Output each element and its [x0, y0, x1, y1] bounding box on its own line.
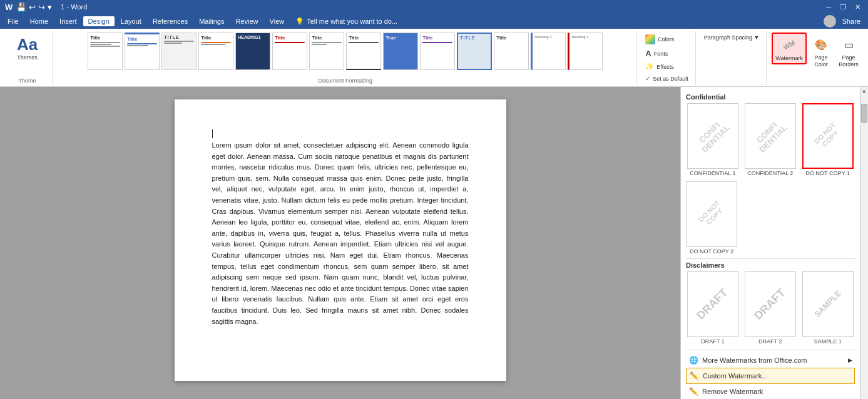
watermark-panel-content: Confidential CONFIDENTIAL CONFIDENTIAL 1… — [681, 87, 860, 399]
theme-thumb-6[interactable]: Title — [272, 33, 307, 70]
paragraph-spacing-content: Paragraph Spacing ▼ — [701, 33, 762, 84]
more-watermarks-arrow: ▶ — [848, 357, 852, 363]
menu-layout[interactable]: Layout — [116, 16, 146, 26]
sample1-thumb[interactable]: SAMPLE — [802, 271, 854, 337]
draft2-thumb[interactable]: DRAFT — [745, 271, 796, 337]
donotcopy2-thumb[interactable]: DO NOTCOPY — [686, 181, 737, 247]
theme-thumb-5[interactable]: HEADING1 — [235, 33, 270, 70]
themes-content: Aa Themes — [12, 33, 43, 76]
more-watermarks-icon: 🌐 — [688, 355, 698, 365]
panel-scrollbar[interactable]: ▲ ▼ — [860, 87, 868, 399]
ribbon-group-themes: Aa Themes Theme — [3, 31, 53, 85]
fonts-btn[interactable]: A Fonts — [642, 47, 686, 60]
donotcopy1-text: DO NOTCOPY — [813, 121, 842, 151]
word-logo: W — [5, 3, 13, 12]
watermark-draft1[interactable]: DRAFT DRAFT 1 — [686, 271, 740, 345]
page-color-icon: 🎨 — [811, 34, 831, 54]
watermark-panel: Confidential CONFIDENTIAL CONFIDENTIAL 1… — [680, 87, 860, 399]
watermark-draft2[interactable]: DRAFT DRAFT 2 — [743, 271, 797, 345]
theme-thumb-11[interactable]: TITLE — [457, 33, 492, 70]
confidential-row2: DO NOTCOPY DO NOT COPY 2 — [686, 181, 855, 255]
remove-watermark-label: Remove Watermark — [702, 388, 763, 395]
theme-thumb-13[interactable]: Heading 1 — [531, 33, 566, 70]
check-icon: ✓ — [645, 75, 650, 82]
ribbon-group-paragraph-spacing: Paragraph Spacing ▼ — [697, 31, 767, 85]
menu-tell-me[interactable]: 💡 Tell me what you want to do... — [290, 16, 402, 27]
themes-button[interactable]: Aa Themes — [12, 33, 43, 63]
draft1-thumb[interactable]: DRAFT — [687, 271, 738, 337]
remove-watermark-item[interactable]: ✏️ Remove Watermark — [686, 384, 855, 399]
remove-watermark-icon: ✏️ — [688, 386, 698, 396]
effects-btn[interactable]: ✨ Effects — [642, 61, 686, 73]
restore-btn[interactable]: ❐ — [837, 3, 849, 11]
draft2-label: DRAFT 2 — [758, 338, 782, 345]
theme-thumb-8[interactable]: Title — [346, 33, 381, 70]
theme-thumb-9[interactable]: True — [383, 33, 418, 70]
fonts-label: Fonts — [654, 51, 668, 57]
menu-insert[interactable]: Insert — [54, 16, 82, 26]
section-divider — [686, 258, 855, 259]
colors-btn[interactable]: Colors — [642, 33, 686, 46]
watermark-sample1[interactable]: SAMPLE SAMPLE 1 — [801, 271, 855, 345]
custom-watermark-label: Custom Watermark... — [703, 372, 768, 380]
scrollbar-thumb[interactable] — [861, 104, 867, 123]
donotcopy1-thumb[interactable]: DO NOTCOPY — [802, 103, 854, 169]
custom-watermark-item[interactable]: ✏️ Custom Watermark... — [686, 368, 855, 384]
doc-formatting-label: Document Formatting — [318, 76, 372, 84]
menu-mailings[interactable]: Mailings — [194, 16, 229, 26]
more-watermarks-item[interactable]: 🌐 More Watermarks from Office.com ▶ — [686, 353, 855, 368]
menu-file[interactable]: File — [3, 16, 24, 26]
title-text: 1 - Word — [61, 3, 87, 11]
watermark-confidential2[interactable]: CONFIDENTIAL CONFIDENTIAL 2 — [743, 103, 797, 176]
close-btn[interactable]: ✕ — [852, 3, 863, 11]
menu-view[interactable]: View — [265, 16, 290, 26]
save-btn[interactable]: 💾 — [16, 3, 26, 12]
menu-review[interactable]: Review — [231, 16, 263, 26]
colors-icon — [645, 34, 655, 44]
set-default-label: Set as Default — [653, 76, 688, 82]
page-color-label: PageColor — [814, 54, 828, 68]
paragraph-spacing-btn[interactable]: Paragraph Spacing ▼ — [701, 33, 762, 43]
confidential2-label: CONFIDENTIAL 2 — [747, 170, 793, 176]
menu-design[interactable]: Design — [83, 16, 115, 26]
minimize-btn[interactable]: ─ — [824, 3, 834, 11]
undo-btn[interactable]: ↩ — [29, 3, 36, 12]
donotcopy2-label: DO NOT COPY 2 — [690, 248, 733, 255]
scroll-up-arrow[interactable]: ▲ — [860, 87, 868, 95]
confidential2-thumb[interactable]: CONFIDENTIAL — [745, 103, 796, 169]
share-btn[interactable]: Share — [837, 16, 865, 26]
theme-thumb-10[interactable]: Title — [420, 33, 455, 70]
theme-thumb-3[interactable]: TITLE — [161, 33, 197, 70]
theme-thumb-14[interactable]: Heading 1 — [568, 33, 603, 70]
doc-formatting-content: Title Title TITLE Title — [88, 33, 603, 76]
effects-icon: ✨ — [645, 63, 654, 71]
document-body[interactable]: Lorem ipsum dolor sit amet, consectetuer… — [212, 140, 469, 327]
watermark-btn[interactable]: WM Watermark — [772, 33, 807, 64]
page-color-btn[interactable]: 🎨 PageColor — [808, 33, 834, 70]
more-watermarks-label: More Watermarks from Office.com — [702, 356, 807, 364]
document-page: Lorem ipsum dolor sit amet, consectetuer… — [175, 99, 506, 381]
page-borders-btn[interactable]: ▭ PageBorders — [835, 33, 862, 70]
theme-thumb-2[interactable]: Title — [125, 33, 160, 70]
redo-btn[interactable]: ↪ — [38, 3, 45, 12]
watermark-donotcopy1[interactable]: DO NOTCOPY DO NOT COPY 1 — [801, 103, 855, 176]
donotcopy2-text: DO NOTCOPY — [697, 200, 726, 229]
custom-watermark-icon: ✏️ — [689, 371, 699, 381]
page-borders-icon: ▭ — [839, 34, 859, 54]
watermark-donotcopy2[interactable]: DO NOTCOPY DO NOT COPY 2 — [686, 181, 737, 255]
menu-references[interactable]: References — [148, 16, 193, 26]
theme-thumb-1[interactable]: Title — [88, 33, 123, 70]
theme-thumb-12[interactable]: Title — [494, 33, 529, 70]
ribbon: Aa Themes Theme Title Title — [0, 29, 868, 87]
theme-thumb-4[interactable]: Title — [198, 33, 233, 70]
menu-home[interactable]: Home — [25, 16, 53, 26]
themes-group-label: Theme — [18, 76, 36, 84]
paragraph-spacing-label: Paragraph Spacing ▼ — [704, 34, 759, 41]
confidential1-thumb[interactable]: CONFIDENTIAL — [687, 103, 738, 169]
watermark-confidential1[interactable]: CONFIDENTIAL CONFIDENTIAL 1 — [686, 103, 740, 176]
set-default-btn[interactable]: ✓ Set as Default — [642, 73, 692, 84]
theme-thumb-7[interactable]: Title — [309, 33, 344, 70]
lightbulb-icon: 💡 — [295, 18, 304, 26]
customize-btn[interactable]: ▾ — [48, 3, 52, 12]
sample1-text: SAMPLE — [812, 289, 842, 319]
